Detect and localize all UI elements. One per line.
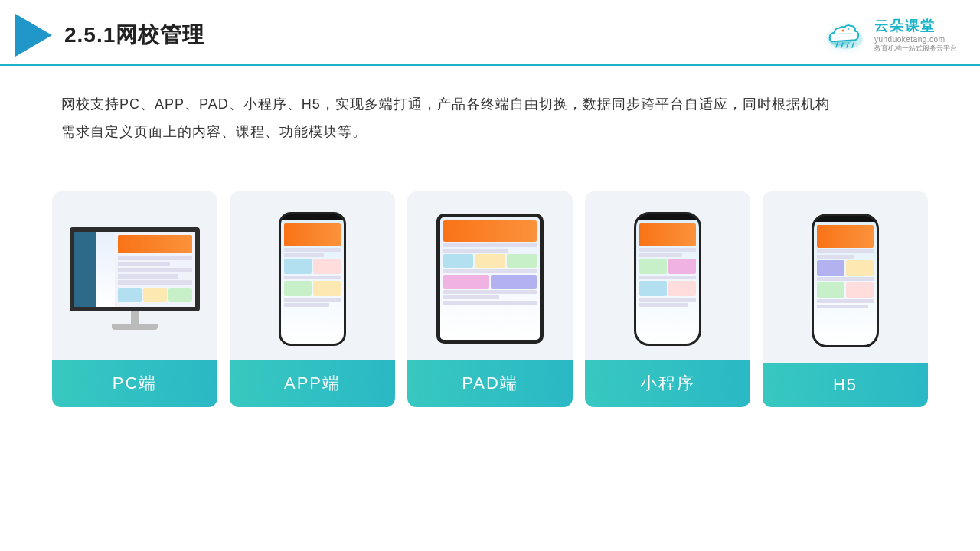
logo-name: 云朵课堂 bbox=[874, 17, 936, 35]
card-app-label: APP端 bbox=[230, 360, 395, 407]
card-pad-label: PAD端 bbox=[407, 360, 573, 407]
card-h5-image bbox=[763, 191, 928, 363]
card-pc-image bbox=[52, 191, 217, 360]
card-miniprogram-image bbox=[585, 191, 750, 360]
svg-point-4 bbox=[848, 28, 849, 30]
tablet-pad-icon bbox=[436, 214, 544, 344]
card-h5: H5 bbox=[763, 191, 928, 407]
cloud-logo-icon bbox=[824, 18, 868, 52]
card-pc: PC端 bbox=[52, 191, 217, 407]
description-line2: 需求自定义页面上的内容、课程、功能模块等。 bbox=[61, 124, 367, 139]
logo-area: 云朵课堂 yunduoketang.com 教育机构一站式服务云平台 bbox=[824, 17, 957, 54]
cards-container: PC端 bbox=[0, 168, 980, 430]
card-app-image bbox=[230, 191, 395, 360]
card-miniprogram: 小程序 bbox=[585, 191, 750, 407]
svg-point-3 bbox=[842, 30, 844, 32]
pc-monitor-icon bbox=[66, 227, 204, 330]
card-app: APP端 bbox=[230, 191, 395, 407]
card-pc-label: PC端 bbox=[52, 360, 217, 407]
play-icon bbox=[15, 14, 52, 57]
logo-tagline: 教育机构一站式服务云平台 bbox=[874, 44, 957, 54]
logo-text: 云朵课堂 yunduoketang.com 教育机构一站式服务云平台 bbox=[874, 17, 957, 54]
card-pad: PAD端 bbox=[407, 191, 573, 407]
card-miniprogram-label: 小程序 bbox=[585, 360, 750, 407]
description: 网校支持PC、APP、PAD、小程序、H5，实现多端打通，产品各终端自由切换，数… bbox=[0, 66, 980, 161]
card-pad-image bbox=[407, 191, 573, 360]
description-line1: 网校支持PC、APP、PAD、小程序、H5，实现多端打通，产品各终端自由切换，数… bbox=[61, 96, 830, 112]
phone-h5-icon bbox=[812, 214, 879, 347]
logo-sub: yunduoketang.com bbox=[874, 35, 946, 44]
phone-app-icon bbox=[279, 212, 346, 346]
header-left: 2.5.1网校管理 bbox=[15, 14, 204, 57]
card-h5-label: H5 bbox=[763, 363, 928, 407]
page-title: 2.5.1网校管理 bbox=[64, 21, 204, 50]
phone-miniprogram-icon bbox=[634, 212, 701, 346]
header: 2.5.1网校管理 云朵课堂 yunduoketang.com 教育机构一站式服… bbox=[0, 0, 980, 66]
